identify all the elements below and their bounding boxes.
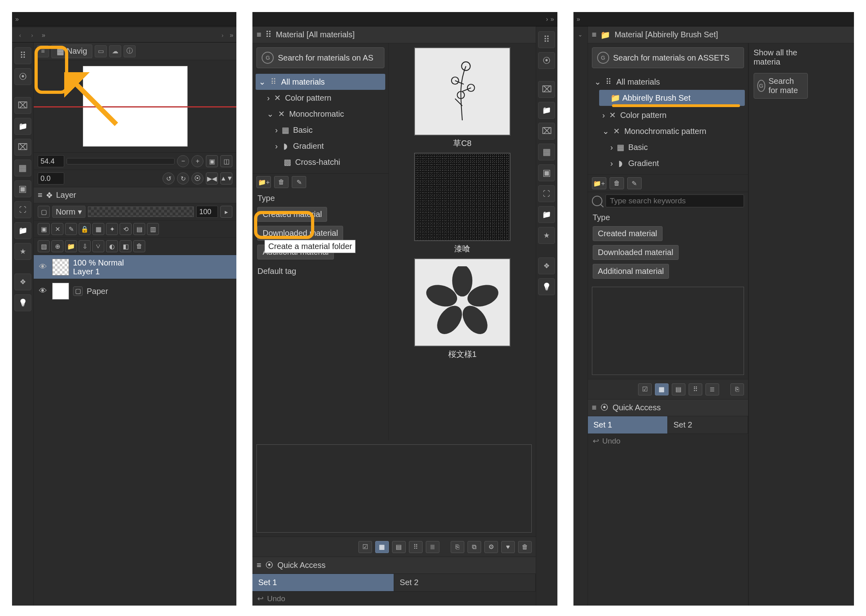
material-palette-icon[interactable] bbox=[538, 31, 555, 48]
opacity-value[interactable]: 100 bbox=[196, 206, 218, 218]
sidebar-icon-c[interactable] bbox=[538, 123, 555, 140]
trash-icon[interactable]: 🗑 bbox=[133, 240, 145, 252]
set-tab-1[interactable]: Set 1 bbox=[588, 416, 668, 434]
sidebar-icon-f[interactable] bbox=[14, 201, 31, 218]
clip-icon[interactable]: ◧ bbox=[120, 240, 132, 252]
view-medium-icon[interactable]: ▤ bbox=[672, 383, 685, 395]
mask-icon[interactable]: ◐ bbox=[106, 240, 118, 252]
create-folder-icon[interactable]: 📁+ bbox=[592, 177, 606, 189]
paste-icon[interactable]: ⎘ bbox=[730, 383, 744, 395]
paste-icon[interactable]: ⎘ bbox=[451, 541, 464, 553]
zoom-in-icon[interactable]: + bbox=[191, 155, 203, 167]
flip-v-icon[interactable]: ▲▼ bbox=[220, 172, 232, 184]
sidebar-icon-h[interactable] bbox=[14, 243, 31, 260]
search-assets-button[interactable]: Search for materials on AS bbox=[256, 47, 384, 68]
fit-screen-icon[interactable]: ▣ bbox=[206, 155, 218, 167]
layer-tool-g[interactable]: ⟲ bbox=[120, 223, 132, 235]
view-list-icon[interactable]: ≣ bbox=[705, 383, 719, 395]
sidebar-icon-b[interactable] bbox=[14, 118, 31, 135]
panel-menu-icon[interactable]: ≡ bbox=[592, 30, 597, 39]
panel-menu-icon[interactable]: ≡ bbox=[37, 45, 49, 57]
delete-folder-icon[interactable]: 🗑 bbox=[274, 176, 289, 188]
set-tab-2[interactable]: Set 2 bbox=[668, 416, 748, 434]
chip-downloaded[interactable]: Downloaded material bbox=[257, 226, 343, 241]
nav-overflow-icon[interactable]: » bbox=[42, 32, 45, 39]
visibility-icon[interactable]: 👁 bbox=[38, 262, 48, 272]
tab-info-icon[interactable]: ⓘ bbox=[124, 45, 136, 57]
panel-menu-icon[interactable]: ≡ bbox=[592, 403, 597, 412]
tree-monochromatic[interactable]: ⌄ ✕ Monochromatic pattern bbox=[599, 123, 745, 139]
sidebar-icon-d[interactable] bbox=[538, 144, 555, 160]
layer-tool-e[interactable]: ▦ bbox=[92, 223, 104, 235]
check-icon[interactable]: ☑ bbox=[358, 541, 372, 553]
opacity-stepper[interactable]: ▸ bbox=[220, 206, 232, 218]
tree-monochromatic[interactable]: ⌄ ✕ Monochromatic bbox=[264, 106, 385, 122]
sidebar-icon-e[interactable] bbox=[538, 164, 555, 181]
visibility-icon[interactable]: 👁 bbox=[38, 286, 48, 296]
tab-extra-1[interactable]: ▭ bbox=[95, 45, 107, 57]
sidebar-icon-b[interactable] bbox=[538, 102, 555, 119]
set-tab-2[interactable]: Set 2 bbox=[394, 574, 536, 591]
merge-down-icon[interactable]: ⩒ bbox=[92, 240, 104, 252]
material-item-2[interactable]: 漆喰 bbox=[414, 153, 510, 254]
tree-gradient[interactable]: › ◗ Gradient bbox=[272, 138, 385, 154]
sidebar-icon-f[interactable] bbox=[538, 185, 555, 202]
tab-extra-2[interactable]: ☁ bbox=[109, 45, 121, 57]
rotate-cw-icon[interactable]: ↻ bbox=[177, 172, 189, 184]
toolbar-overflow-icon[interactable]: » bbox=[551, 16, 554, 23]
zoom-slider[interactable] bbox=[67, 158, 175, 164]
tree-all-materials[interactable]: ⌄ ⠿ All materials bbox=[256, 74, 385, 90]
chevron-down-icon[interactable]: ⌄ bbox=[578, 31, 583, 38]
navigator-canvas-preview[interactable] bbox=[34, 60, 236, 152]
tree-brush-set[interactable]: 📁 Abbirelly Brush Set bbox=[599, 90, 745, 106]
nav-right-chevron[interactable]: › bbox=[546, 16, 548, 23]
zoom-value[interactable]: 54.4 bbox=[38, 155, 64, 167]
toolbar-overflow-icon[interactable]: » bbox=[15, 16, 19, 23]
search-assets-button[interactable]: Search for materials on ASSETS bbox=[592, 47, 744, 68]
panel-menu-icon[interactable]: ≡ bbox=[256, 561, 261, 570]
view-small-icon[interactable]: ⠿ bbox=[689, 383, 702, 395]
blend-mode-select[interactable]: Norm ▾ bbox=[52, 206, 85, 218]
chip-created[interactable]: Created material bbox=[257, 207, 327, 222]
chip-downloaded[interactable]: Downloaded material bbox=[593, 245, 679, 260]
check-icon[interactable]: ☑ bbox=[638, 383, 652, 395]
sidebar-icon-g[interactable] bbox=[538, 206, 555, 223]
sidebar-icon-j[interactable] bbox=[538, 278, 555, 295]
layer-row-1[interactable]: 👁 100 % Normal Layer 1 bbox=[34, 255, 236, 279]
sidebar-icon-d[interactable] bbox=[14, 160, 31, 176]
chip-created[interactable]: Created material bbox=[593, 226, 663, 241]
quick-access-icon[interactable] bbox=[14, 68, 31, 85]
material-palette-icon[interactable] bbox=[14, 47, 31, 64]
quick-access-icon[interactable] bbox=[538, 52, 555, 69]
sidebar-icon-a[interactable] bbox=[538, 81, 555, 98]
material-search-input[interactable]: Type search keywords bbox=[606, 195, 744, 207]
rotate-value[interactable]: 0.0 bbox=[38, 172, 64, 184]
edit-folder-icon[interactable]: ✎ bbox=[292, 176, 306, 188]
new-folder-icon[interactable]: 📁 bbox=[65, 240, 77, 252]
view-list-icon[interactable]: ≣ bbox=[426, 541, 439, 553]
sidebar-icon-a[interactable] bbox=[14, 97, 31, 114]
edit-folder-icon[interactable]: ✎ bbox=[627, 177, 642, 189]
opacity-slider[interactable] bbox=[88, 207, 194, 217]
chip-additional[interactable]: Additional material bbox=[593, 264, 669, 279]
panel-menu-icon[interactable]: ≡ bbox=[256, 30, 261, 39]
flip-h-icon[interactable]: ▶◀ bbox=[206, 172, 218, 184]
panel-menu-icon[interactable]: ≡ bbox=[38, 190, 43, 200]
tree-gradient[interactable]: › ◗ Gradient bbox=[607, 155, 745, 171]
show-all-materials-label[interactable]: Show all the materia bbox=[754, 48, 808, 67]
delete-icon[interactable]: 🗑 bbox=[518, 541, 532, 553]
sidebar-icon-j[interactable] bbox=[14, 294, 31, 311]
layer-color-icon[interactable]: ▢ bbox=[38, 206, 50, 218]
tree-crosshatch[interactable]: ▩ Cross-hatchi bbox=[272, 154, 385, 170]
tree-basic[interactable]: › ▦ Basic bbox=[272, 122, 385, 138]
lock-icon[interactable]: 🔒 bbox=[79, 223, 91, 235]
tab-navigator[interactable]: ▦ Navig bbox=[51, 45, 92, 58]
sidebar-icon-i[interactable] bbox=[14, 274, 31, 290]
layer-tool-i[interactable]: ▥ bbox=[147, 223, 159, 235]
layer-tool-a[interactable]: ▣ bbox=[38, 223, 50, 235]
view-large-icon[interactable]: ▦ bbox=[375, 541, 389, 553]
sidebar-icon-h[interactable] bbox=[538, 227, 555, 244]
tree-color-pattern[interactable]: › ✕ Color pattern bbox=[599, 107, 745, 123]
sidebar-icon-g[interactable] bbox=[14, 222, 31, 239]
sidebar-icon-e[interactable] bbox=[14, 180, 31, 197]
